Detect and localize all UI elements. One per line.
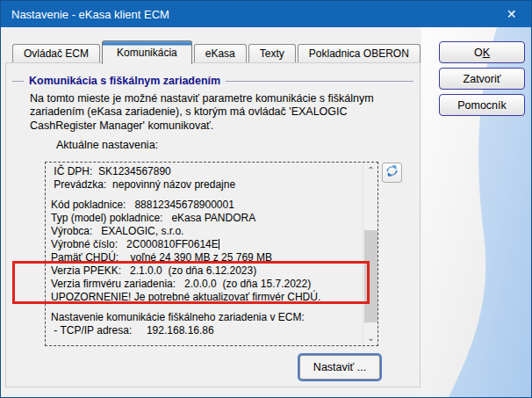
- refresh-button[interactable]: [382, 163, 402, 183]
- section-description: Na tomto mieste je možné nastaviť parame…: [30, 92, 406, 133]
- title-bar: Nastavenie - eKasa klient ECM ✕: [1, 1, 531, 27]
- console-line: [51, 192, 360, 199]
- console-line: Verzia firmvéru zariadenia: 2.0.0.0 (zo …: [51, 278, 360, 291]
- refresh-icon: [385, 164, 399, 181]
- scroll-up-icon[interactable]: ⌃: [363, 163, 378, 177]
- help-button[interactable]: Pomocník: [439, 94, 525, 116]
- scrollbar[interactable]: ⌃ ⌄: [363, 163, 377, 345]
- console-line: Výrobné číslo: 2C000810FF0614E: [51, 238, 360, 251]
- section-header: Komunikácia s fiškálnym zariadením: [12, 75, 413, 87]
- ok-label: O: [474, 47, 483, 59]
- close-button[interactable]: Zatvoriť: [439, 68, 525, 90]
- tab-ovládač-ecm[interactable]: Ovládač ECM: [12, 44, 100, 62]
- console-line: UPOZORNENIE! Je potrebné aktualizovať fi…: [51, 291, 360, 304]
- tab-texty[interactable]: Texty: [248, 44, 296, 62]
- close-icon[interactable]: ✕: [492, 1, 531, 27]
- settings-dialog: Nastavenie - eKasa klient ECM ✕ Ovládač …: [0, 0, 532, 398]
- tab-bar: Ovládač ECMKomunikáciaeKasaTextyPokladni…: [12, 40, 422, 63]
- side-panel: OK Zatvoriť Pomocník: [421, 27, 532, 398]
- scrollbar-thumb[interactable]: [364, 230, 377, 322]
- tab-komunikácia[interactable]: Komunikácia: [102, 40, 192, 64]
- console-line: Prevádzka: nepovinný názov predajne: [51, 178, 360, 192]
- console-line: Pamäť CHDÚ: voľné 24 390 MB z 25 769 MB: [51, 251, 360, 264]
- window-title: Nastavenie - eKasa klient ECM: [11, 8, 169, 21]
- ok-button[interactable]: OK: [439, 41, 525, 63]
- header-divider: [12, 81, 24, 82]
- current-settings-label: Aktuálne nastavenia:: [56, 139, 158, 151]
- console-line: IČ DPH: SK1234567890: [51, 165, 360, 178]
- header-divider-line: [226, 81, 413, 82]
- console-line: Kód pokladnice: 88812345678900001: [51, 199, 360, 212]
- console-line: Nastavenie komunikácie fiškálneho zariad…: [51, 311, 360, 324]
- ok-accesskey: K: [483, 47, 490, 59]
- console-line: Typ (model) pokladnice: eKasa PANDORA: [51, 212, 360, 225]
- console-line: Výrobca: EXALOGIC, s.r.o.: [51, 225, 360, 238]
- console-line: Verzia PPEKK: 2.1.0.0 (zo dňa 6.12.2023): [51, 264, 360, 278]
- current-settings-textbox[interactable]: IČ DPH: SK1234567890 Prevádzka: nepovinn…: [45, 162, 378, 346]
- settings-text: IČ DPH: SK1234567890 Prevádzka: nepovinn…: [51, 165, 360, 337]
- configure-button[interactable]: Nastaviť ...: [299, 355, 380, 380]
- section-title: Komunikácia s fiškálnym zariadením: [29, 75, 220, 87]
- tab-pokladnica-oberon[interactable]: Pokladnica OBERON: [298, 44, 421, 62]
- console-line: [51, 304, 360, 311]
- tab-ekasa[interactable]: eKasa: [194, 44, 247, 62]
- console-line: - TCP/IP adresa: 192.168.16.86: [51, 324, 360, 337]
- text-caret: [219, 239, 219, 250]
- scroll-down-icon[interactable]: ⌄: [363, 330, 378, 345]
